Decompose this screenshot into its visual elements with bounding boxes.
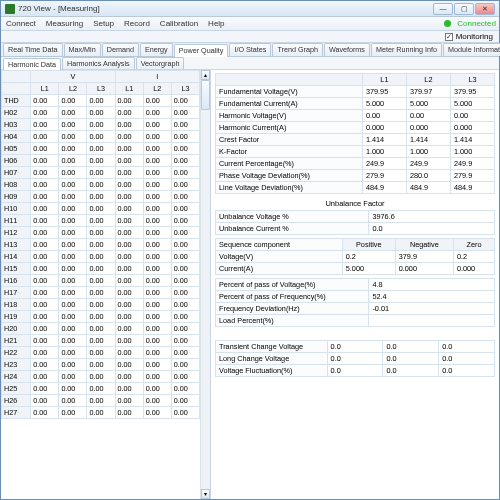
table-row: H030.000.000.000.000.000.00 bbox=[2, 119, 200, 131]
monitoring-row: ✓ Monitoring bbox=[1, 31, 499, 43]
tab-trend-graph[interactable]: Trend Graph bbox=[272, 43, 322, 56]
table-row: H070.000.000.000.000.000.00 bbox=[2, 167, 200, 179]
tab-waveforms[interactable]: Waveforms bbox=[324, 43, 370, 56]
status-dot-icon bbox=[444, 20, 451, 27]
table-row: H080.000.000.000.000.000.00 bbox=[2, 179, 200, 191]
subtab-harmonics-analysis[interactable]: Harmonics Analysis bbox=[62, 57, 135, 69]
table-row: Long Change Voltage0.00.00.0 bbox=[216, 353, 495, 365]
table-row: H020.000.000.000.000.000.00 bbox=[2, 107, 200, 119]
tab-module-information[interactable]: Module Information bbox=[443, 43, 500, 56]
subtab-vectorgraph[interactable]: Vectorgraph bbox=[136, 57, 185, 69]
harmonic-table: VIL1L2L3L1L2L3THD0.000.000.000.000.000.0… bbox=[1, 70, 200, 419]
table-row: Unbalance Voltage %3976.6 bbox=[216, 211, 495, 223]
table-row: Current Percentage(%)249.9249.9249.9 bbox=[216, 158, 495, 170]
harmonic-panel: VIL1L2L3L1L2L3THD0.000.000.000.000.000.0… bbox=[1, 70, 211, 499]
maximize-button[interactable]: ▢ bbox=[454, 3, 474, 15]
tab-power-quality[interactable]: Power Quality bbox=[174, 44, 229, 57]
table-row: H040.000.000.000.000.000.00 bbox=[2, 131, 200, 143]
table-row: H180.000.000.000.000.000.00 bbox=[2, 299, 200, 311]
table-row: H260.000.000.000.000.000.00 bbox=[2, 395, 200, 407]
table-row: H140.000.000.000.000.000.00 bbox=[2, 251, 200, 263]
unbalance-table: Unbalance Voltage %3976.6Unbalance Curre… bbox=[215, 210, 495, 235]
table-row: Percent of pass of Voltage(%)4.8 bbox=[216, 279, 495, 291]
close-button[interactable]: ✕ bbox=[475, 3, 495, 15]
tab-real-time-data[interactable]: Real Time Data bbox=[3, 43, 63, 56]
table-row: Fundamental Voltage(V)379.95379.97379.95 bbox=[216, 86, 495, 98]
menu-calibration[interactable]: Calibration bbox=[158, 19, 200, 28]
table-row: H050.000.000.000.000.000.00 bbox=[2, 143, 200, 155]
content-area: VIL1L2L3L1L2L3THD0.000.000.000.000.000.0… bbox=[1, 70, 499, 499]
table-row: Transient Change Voltage0.00.00.0 bbox=[216, 341, 495, 353]
table-row: Harmonic Current(A)0.0000.0000.000 bbox=[216, 122, 495, 134]
monitoring-label: Monitoring bbox=[456, 32, 493, 41]
menu-bar: ConnectMeasuringSetupRecordCalibrationHe… bbox=[1, 17, 499, 31]
voltage-change-table: Transient Change Voltage0.00.00.0Long Ch… bbox=[215, 340, 495, 377]
menu-connect[interactable]: Connect bbox=[4, 19, 38, 28]
table-row: Unbalance Current %0.0 bbox=[216, 223, 495, 235]
table-row: H150.000.000.000.000.000.00 bbox=[2, 263, 200, 275]
table-row: H060.000.000.000.000.000.00 bbox=[2, 155, 200, 167]
table-row: Crest Factor1.4141.4141.414 bbox=[216, 134, 495, 146]
sequence-table: Sequence componentPositiveNegativeZeroVo… bbox=[215, 238, 495, 275]
table-row: Percent of pass of Frequency(%)52.4 bbox=[216, 291, 495, 303]
minimize-button[interactable]: — bbox=[433, 3, 453, 15]
table-row: H190.000.000.000.000.000.00 bbox=[2, 311, 200, 323]
scrollbar-vertical[interactable]: ▴ ▾ bbox=[200, 70, 210, 499]
sub-tabs: Harmonic DataHarmonics AnalysisVectorgra… bbox=[1, 57, 499, 70]
table-row: Phase Voltage Deviation(%)279.9280.0279.… bbox=[216, 170, 495, 182]
table-row: H100.000.000.000.000.000.00 bbox=[2, 203, 200, 215]
main-tabs: Real Time DataMax/MinDemandEnergyPower Q… bbox=[1, 43, 499, 57]
unbalance-title: Unbalance Factor bbox=[215, 197, 495, 210]
table-row: H170.000.000.000.000.000.00 bbox=[2, 287, 200, 299]
table-row: Line Voltage Deviation(%)484.9484.9484.9 bbox=[216, 182, 495, 194]
scroll-up-icon[interactable]: ▴ bbox=[201, 70, 210, 80]
tab-energy[interactable]: Energy bbox=[140, 43, 173, 56]
table-row: H220.000.000.000.000.000.00 bbox=[2, 347, 200, 359]
table-row: K-Factor1.0001.0001.000 bbox=[216, 146, 495, 158]
tab-meter-running-info[interactable]: Meter Running Info bbox=[371, 43, 442, 56]
app-window: 720 View - [Measuring] — ▢ ✕ ConnectMeas… bbox=[0, 0, 500, 500]
table-row: H240.000.000.000.000.000.00 bbox=[2, 371, 200, 383]
power-quality-table: L1L2L3Fundamental Voltage(V)379.95379.97… bbox=[215, 73, 495, 194]
tab-demand[interactable]: Demand bbox=[102, 43, 139, 56]
table-row: H110.000.000.000.000.000.00 bbox=[2, 215, 200, 227]
menu-setup[interactable]: Setup bbox=[91, 19, 116, 28]
table-row: Voltage Fluctuation(%)0.00.00.0 bbox=[216, 365, 495, 377]
table-row: Frequency Deviation(Hz)-0.01 bbox=[216, 303, 495, 315]
title-bar: 720 View - [Measuring] — ▢ ✕ bbox=[1, 1, 499, 17]
summary-panel: L1L2L3Fundamental Voltage(V)379.95379.97… bbox=[211, 70, 499, 499]
tab-max-min[interactable]: Max/Min bbox=[64, 43, 101, 56]
table-row: H200.000.000.000.000.000.00 bbox=[2, 323, 200, 335]
monitoring-checkbox[interactable]: ✓ bbox=[445, 33, 453, 41]
misc-table: Percent of pass of Voltage(%)4.8Percent … bbox=[215, 278, 495, 327]
menu-measuring[interactable]: Measuring bbox=[44, 19, 85, 28]
table-row: Harmonic Voltage(V)0.000.000.00 bbox=[216, 110, 495, 122]
scroll-thumb[interactable] bbox=[201, 80, 210, 110]
table-row: H270.000.000.000.000.000.00 bbox=[2, 407, 200, 419]
table-row: Voltage(V)0.2379.90.2 bbox=[216, 251, 495, 263]
table-row: Load Percent(%) bbox=[216, 315, 495, 327]
menu-help[interactable]: Help bbox=[206, 19, 226, 28]
table-row: H120.000.000.000.000.000.00 bbox=[2, 227, 200, 239]
table-row: H250.000.000.000.000.000.00 bbox=[2, 383, 200, 395]
status-connected: Connected bbox=[457, 19, 496, 28]
window-title: 720 View - [Measuring] bbox=[18, 4, 433, 13]
table-row: H130.000.000.000.000.000.00 bbox=[2, 239, 200, 251]
table-row: THD0.000.000.000.000.000.00 bbox=[2, 95, 200, 107]
tab-i-o-states[interactable]: I/O States bbox=[229, 43, 271, 56]
menu-record[interactable]: Record bbox=[122, 19, 152, 28]
table-row: H210.000.000.000.000.000.00 bbox=[2, 335, 200, 347]
table-row: Current(A)5.0000.0000.000 bbox=[216, 263, 495, 275]
subtab-harmonic-data[interactable]: Harmonic Data bbox=[3, 58, 61, 70]
table-row: H160.000.000.000.000.000.00 bbox=[2, 275, 200, 287]
table-row: Fundamental Current(A)5.0005.0005.000 bbox=[216, 98, 495, 110]
scroll-down-icon[interactable]: ▾ bbox=[201, 489, 210, 499]
app-icon bbox=[5, 4, 15, 14]
table-row: H230.000.000.000.000.000.00 bbox=[2, 359, 200, 371]
table-row: H090.000.000.000.000.000.00 bbox=[2, 191, 200, 203]
